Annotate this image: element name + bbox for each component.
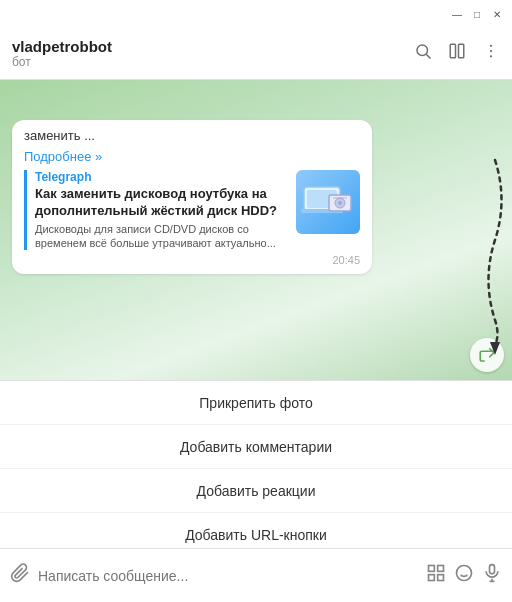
message-bubble: заменить ... Подробнее » Telegraph Как з… xyxy=(12,120,372,274)
svg-point-0 xyxy=(417,45,428,56)
title-bar: — □ ✕ xyxy=(0,0,512,28)
split-icon[interactable] xyxy=(448,42,466,65)
link-preview: Telegraph Как заменить дисковод ноутбука… xyxy=(24,170,360,250)
minimize-button[interactable]: — xyxy=(450,7,464,21)
svg-rect-2 xyxy=(450,44,455,58)
emoji-icon[interactable] xyxy=(454,563,474,588)
link-preview-content: Telegraph Как заменить дисковод ноутбука… xyxy=(35,170,288,250)
input-bar xyxy=(0,548,512,602)
mic-icon[interactable] xyxy=(482,563,502,588)
svg-line-1 xyxy=(426,54,430,58)
dotted-arrow-decoration xyxy=(480,140,510,360)
link-title: Как заменить дисковод ноутбука на дополн… xyxy=(35,186,288,220)
chat-status: бот xyxy=(12,55,414,69)
chat-header-info: vladpetrobbot бот xyxy=(12,38,414,69)
svg-point-19 xyxy=(457,566,472,581)
svg-rect-3 xyxy=(459,44,464,58)
svg-point-5 xyxy=(490,50,492,52)
svg-rect-17 xyxy=(429,575,435,581)
menu-item-add-reactions[interactable]: Добавить реакции xyxy=(0,469,512,513)
chat-name: vladpetrobbot xyxy=(12,38,414,55)
chat-header: vladpetrobbot бот xyxy=(0,28,512,80)
menu-icon[interactable] xyxy=(482,42,500,65)
svg-point-6 xyxy=(490,55,492,57)
svg-rect-15 xyxy=(429,566,435,572)
menu-item-attach-photo[interactable]: Прикрепить фото xyxy=(0,381,512,425)
menu-item-add-comments[interactable]: Добавить комментарии xyxy=(0,425,512,469)
svg-point-12 xyxy=(338,201,342,205)
close-button[interactable]: ✕ xyxy=(490,7,504,21)
link-image xyxy=(296,170,360,234)
maximize-button[interactable]: □ xyxy=(470,7,484,21)
more-link[interactable]: Подробнее » xyxy=(24,149,360,164)
svg-point-4 xyxy=(490,45,492,47)
link-desc: Дисководы для записи CD/DVD дисков со вр… xyxy=(35,222,288,251)
message-time: 20:45 xyxy=(24,254,360,266)
chat-header-icons xyxy=(414,42,500,65)
forward-button[interactable] xyxy=(470,338,504,372)
chat-area: заменить ... Подробнее » Telegraph Как з… xyxy=(0,80,512,380)
message-prev-text: заменить ... xyxy=(24,128,360,143)
attach-icon[interactable] xyxy=(10,563,30,588)
svg-rect-16 xyxy=(438,566,444,572)
svg-rect-18 xyxy=(438,575,444,581)
link-source: Telegraph xyxy=(35,170,288,184)
title-bar-controls: — □ ✕ xyxy=(450,7,504,21)
grid-icon[interactable] xyxy=(426,563,446,588)
message-input[interactable] xyxy=(38,568,418,584)
svg-rect-22 xyxy=(490,565,495,574)
search-icon[interactable] xyxy=(414,42,432,65)
